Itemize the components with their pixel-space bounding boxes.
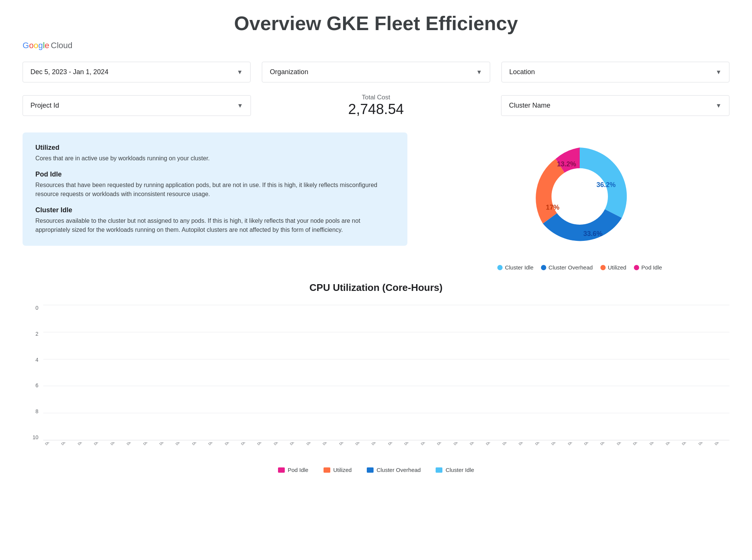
location-label: Location bbox=[509, 68, 535, 76]
x-label: Dec 19, 2023, 3... bbox=[370, 442, 385, 446]
pod-idle-desc: Resources that have been requested by ru… bbox=[35, 181, 395, 199]
legend-label-utilized: Utilized bbox=[608, 264, 626, 271]
pod-idle-section: Pod Idle Resources that have been reques… bbox=[35, 170, 395, 199]
chart-title: CPU Utilization (Core-Hours) bbox=[23, 282, 729, 294]
x-label: Dec 30, 2023, 6... bbox=[697, 442, 712, 446]
x-label: Dec 27, 2023, 1... bbox=[599, 442, 614, 446]
x-label: Dec 23, 2023, 6... bbox=[501, 442, 516, 446]
x-label: Dec 27, 2023, 3... bbox=[615, 442, 630, 446]
x-label: Dec 21, 2023, 3... bbox=[419, 442, 434, 446]
x-label: Dec 25, 2023, 9... bbox=[533, 442, 549, 446]
utilized-section: Utilized Cores that are in active use by… bbox=[35, 144, 395, 163]
legend-label-cluster-overhead: Cluster Overhead bbox=[548, 264, 593, 271]
x-label: Dec 11, 2023, 2... bbox=[207, 442, 222, 446]
utilized-title: Utilized bbox=[35, 144, 395, 152]
filters-row-1: Dec 5, 2023 - Jan 1, 2024 ▼ Organization… bbox=[0, 58, 752, 86]
bottom-legend-label-utilized: Utilized bbox=[333, 467, 352, 473]
location-filter[interactable]: Location ▼ bbox=[501, 62, 729, 82]
cloud-text: Cloud bbox=[51, 41, 72, 50]
legend-cluster-idle: Cluster Idle bbox=[497, 264, 533, 271]
bottom-legend-rect-utilized bbox=[324, 467, 330, 473]
x-label: Dec 29, 2023, 3... bbox=[680, 442, 696, 446]
bar-chart-wrapper: 10 8 6 4 2 0 Dec 5, 2023, 8...Dec 6, 202… bbox=[23, 305, 729, 463]
x-label: Dec 28, 2023, 6... bbox=[631, 442, 647, 446]
date-range-arrow: ▼ bbox=[237, 69, 243, 76]
y-label-2: 2 bbox=[35, 331, 38, 337]
total-cost-box: Total Cost 2,748.54 bbox=[262, 90, 490, 121]
legend-dot-cluster-overhead bbox=[541, 265, 546, 270]
x-label: Dec 13, 2023, 8... bbox=[239, 442, 255, 446]
x-label: Dec 12, 2023, 5... bbox=[223, 442, 239, 446]
x-label: Dec 10, 2023, 8... bbox=[174, 442, 189, 446]
bottom-legend-label-pod-idle: Pod Idle bbox=[288, 467, 308, 473]
donut-hole bbox=[551, 168, 608, 225]
x-label: Dec 30, 2023, 9... bbox=[713, 442, 728, 446]
x-axis-labels: Dec 5, 2023, 8...Dec 6, 2023, 11...Dec 7… bbox=[43, 442, 729, 463]
bottom-legend-label-cluster-idle: Cluster Idle bbox=[445, 467, 474, 473]
donut-svg: 36.2% 33.6% 17% 13.2% bbox=[520, 136, 640, 257]
x-label: Dec 8, 2023, 8... bbox=[109, 442, 124, 446]
google-logo: Google bbox=[23, 41, 49, 50]
bars-area bbox=[43, 305, 729, 440]
x-label: Dec 9, 2023, 2... bbox=[141, 442, 157, 446]
bottom-legend-cluster-idle: Cluster Idle bbox=[436, 467, 474, 473]
cluster-idle-title: Cluster Idle bbox=[35, 206, 395, 214]
x-label: Dec 20, 2023, 9... bbox=[403, 442, 418, 446]
date-range-label: Dec 5, 2023 - Jan 1, 2024 bbox=[30, 68, 108, 76]
legend-pod-idle: Pod Idle bbox=[634, 264, 662, 271]
organization-label: Organization bbox=[270, 68, 308, 76]
x-label: Dec 29, 2023, 1... bbox=[664, 442, 679, 446]
legend-dot-cluster-idle bbox=[497, 265, 503, 270]
date-range-filter[interactable]: Dec 5, 2023 - Jan 1, 2024 ▼ bbox=[23, 62, 251, 82]
x-label: Dec 19, 2023, 1... bbox=[354, 442, 369, 446]
x-label: Dec 6, 2023, 11... bbox=[59, 442, 75, 446]
y-axis: 10 8 6 4 2 0 bbox=[23, 305, 41, 440]
cluster-name-filter[interactable]: Cluster Name ▼ bbox=[501, 95, 729, 116]
location-arrow: ▼ bbox=[716, 69, 722, 76]
bottom-legend-utilized: Utilized bbox=[324, 467, 352, 473]
x-label: Dec 11, 2023, 11... bbox=[190, 442, 206, 446]
bottom-legend: Pod Idle Utilized Cluster Overhead Clust… bbox=[23, 467, 729, 473]
bottom-legend-rect-cluster-idle bbox=[436, 467, 442, 473]
project-id-filter[interactable]: Project Id ▼ bbox=[23, 95, 251, 116]
bottom-legend-pod-idle: Pod Idle bbox=[278, 467, 308, 473]
main-content: Utilized Cores that are in active use by… bbox=[0, 125, 752, 278]
google-cloud-logo: Google Cloud bbox=[0, 41, 752, 58]
x-label: Dec 7, 2023, 2... bbox=[76, 442, 91, 446]
x-label: Dec 20, 2023, 6... bbox=[386, 442, 402, 446]
x-label: Dec 5, 2023, 8... bbox=[43, 442, 59, 446]
bottom-legend-rect-pod-idle bbox=[278, 467, 285, 473]
legend-dot-utilized bbox=[600, 265, 606, 270]
x-label: Dec 10, 2023, 5... bbox=[158, 442, 173, 446]
x-label: Dec 16, 2023, 2... bbox=[272, 442, 287, 446]
x-label: Dec 16, 2023, 1... bbox=[288, 442, 304, 446]
x-label: Dec 23, 2023, 3... bbox=[484, 442, 500, 446]
legend-label-pod-idle: Pod Idle bbox=[641, 264, 662, 271]
donut-label-cluster-overhead: 33.6% bbox=[583, 230, 603, 237]
x-label: Dec 22, 2023, 9... bbox=[452, 442, 467, 446]
organization-filter[interactable]: Organization ▼ bbox=[262, 62, 490, 82]
total-cost-label: Total Cost bbox=[270, 94, 482, 101]
y-label-8: 8 bbox=[35, 408, 38, 414]
donut-chart: 36.2% 33.6% 17% 13.2% bbox=[520, 136, 640, 257]
x-label: Dec 26, 2023, 9... bbox=[582, 442, 598, 446]
legend-utilized: Utilized bbox=[600, 264, 626, 271]
x-label: Dec 25, 2023, 3... bbox=[550, 442, 565, 446]
page-title: Overview GKE Fleet Efficiency bbox=[0, 0, 752, 41]
utilized-desc: Cores that are in active use by workload… bbox=[35, 154, 395, 163]
pod-idle-title: Pod Idle bbox=[35, 170, 395, 178]
donut-legend: Cluster Idle Cluster Overhead Utilized P… bbox=[497, 264, 662, 271]
y-label-10: 10 bbox=[32, 434, 38, 440]
filters-row-2: Project Id ▼ Total Cost 2,748.54 Cluster… bbox=[0, 86, 752, 125]
donut-label-pod-idle: 13.2% bbox=[557, 160, 576, 168]
x-label: Dec 24, 2023, 6... bbox=[517, 442, 532, 446]
bottom-legend-cluster-overhead: Cluster Overhead bbox=[367, 467, 421, 473]
cluster-name-arrow: ▼ bbox=[716, 102, 722, 109]
bottom-legend-label-cluster-overhead: Cluster Overhead bbox=[377, 467, 421, 473]
donut-panel: 36.2% 33.6% 17% 13.2% Cluster Idle Clust… bbox=[430, 132, 729, 271]
x-label: Dec 15, 2023, 11... bbox=[255, 442, 271, 446]
x-label: Dec 18, 2023, 6... bbox=[321, 442, 336, 446]
cluster-idle-section: Cluster Idle Resources available to the … bbox=[35, 206, 395, 234]
project-id-arrow: ▼ bbox=[237, 102, 243, 109]
donut-label-utilized: 17% bbox=[546, 204, 559, 211]
